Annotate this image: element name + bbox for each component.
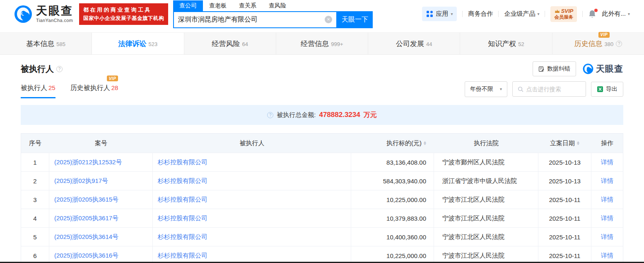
column-header-6[interactable]: 立案日期▲▼ (538, 139, 591, 147)
promo-line1: 都在用的商业查询工具 (83, 6, 164, 14)
nav-tab-count: 64 (242, 41, 248, 47)
user-account-menu[interactable]: 此外有... ▾ (602, 10, 630, 18)
table-search-input[interactable] (526, 86, 581, 93)
help-icon[interactable]: ? (56, 66, 63, 72)
sort-icon[interactable]: ▲▼ (576, 141, 580, 146)
execution-amount: 10,400,360.00 (351, 228, 434, 246)
row-index: 4 (21, 209, 49, 227)
column-header-label: 案号 (95, 139, 107, 147)
detail-link[interactable]: 详情 (601, 158, 613, 166)
executed-person-link[interactable]: 杉杉控股有限公司 (158, 177, 207, 185)
filing-date: 2025-10-13 (538, 153, 591, 171)
tianyancha-logo[interactable]: 天眼查 TianYanCha.com (14, 5, 73, 23)
executed-person-link[interactable]: 杉杉控股有限公司 (158, 196, 207, 204)
column-header-5: 执行法院 (434, 139, 538, 147)
app-grid-icon (426, 10, 433, 17)
apps-menu[interactable]: 应用 ▾ (422, 7, 457, 21)
case-number-link[interactable]: (2025)浙0205执3614号 (54, 233, 118, 241)
search-button[interactable]: 天眼一下 (337, 11, 373, 28)
business-cooperation-link[interactable]: 商务合作 (468, 10, 493, 18)
detail-link[interactable]: 详情 (601, 177, 613, 185)
clear-icon[interactable]: × (325, 16, 332, 23)
case-number-link[interactable]: (2025)浙0205执3617号 (54, 214, 118, 222)
search-type-tab-1[interactable]: 查公司 (173, 0, 203, 11)
summary-banner: ? 被执行总金额: 478882.3234 万元 (21, 105, 623, 125)
summary-unit: 万元 (364, 111, 377, 119)
nav-tab-6[interactable]: 知识产权52 (460, 33, 552, 54)
case-number-link[interactable]: (2025)浙0205执3616号 (54, 252, 118, 260)
sort-icon[interactable]: ▲▼ (423, 141, 427, 146)
nav-tab-2[interactable]: 法律诉讼523 (92, 33, 184, 54)
table-row: 4(2025)浙0205执3617号杉杉控股有限公司10,379,883.00宁… (21, 209, 623, 227)
notification-bell-button[interactable] (588, 10, 596, 19)
search-input[interactable] (178, 16, 325, 23)
nav-tab-4[interactable]: 经营信息999+ (276, 33, 368, 54)
search-type-tab-3[interactable]: 查关系 (233, 0, 263, 11)
enterprise-products-menu[interactable]: 企业级产品 ▾ (504, 10, 539, 18)
export-button[interactable]: 导出 (591, 82, 623, 97)
summary-label: 被执行总金额: (277, 111, 316, 119)
detail-link[interactable]: 详情 (601, 196, 613, 204)
tianyancha-watermark-icon (583, 63, 593, 74)
case-number-link[interactable]: (2025)浙0212执12532号 (54, 158, 122, 166)
search-type-tab-4[interactable]: 查风险 (263, 0, 292, 11)
nav-tab-label: 基本信息 (26, 39, 54, 49)
nav-tab-label: 经营风险 (212, 39, 240, 49)
column-header-label: 序号 (29, 139, 41, 147)
chevron-down-icon: ▾ (451, 12, 453, 16)
sub-tabs: 被执行人25历史被执行人28VIP (21, 80, 118, 98)
year-filter-dropdown[interactable]: 年份不限 ▾ (465, 81, 507, 97)
nav-tab-label: 经营信息 (301, 39, 329, 49)
nav-tab-label: 法律诉讼 (118, 39, 147, 49)
executed-person-link[interactable]: 杉杉控股有限公司 (158, 233, 207, 241)
detail-link[interactable]: 详情 (601, 214, 613, 222)
sub-tab-1[interactable]: 被执行人25 (21, 80, 55, 98)
row-index: 1 (21, 153, 49, 171)
row-index: 6 (21, 246, 49, 263)
detail-link[interactable]: 详情 (601, 233, 613, 241)
watermark-text: 天眼查 (596, 63, 623, 75)
nav-tab-3[interactable]: 经营风险64 (184, 33, 276, 54)
table-row: 1(2025)浙0212执12532号杉杉控股有限公司83,136,408.00… (21, 153, 623, 171)
svip-membership-button[interactable]: SVIP 会员服务 (550, 6, 577, 22)
court-name: 浙江省宁波市中级人民法院 (434, 172, 538, 190)
company-nav-tabs: 基本信息585法律诉讼523经营风险64经营信息999+公司发展44知识产权52… (0, 32, 644, 55)
execution-amount: 10,225,000.00 (351, 246, 434, 263)
row-index: 3 (21, 190, 49, 209)
chevron-down-icon: ▾ (500, 87, 502, 91)
executed-person-link[interactable]: 杉杉控股有限公司 (158, 252, 207, 260)
year-filter-label: 年份不限 (470, 85, 493, 93)
court-name: 宁波市江北区人民法院 (434, 190, 538, 209)
filing-date: 2025-10-11 (538, 228, 591, 246)
detail-link[interactable]: 详情 (601, 252, 613, 260)
table-header-row: 序号案号被执行人执行标的(元)▲▼执行法院立案日期▲▼操作 (21, 134, 623, 153)
cooperation-label: 商务合作 (468, 10, 493, 18)
column-header-2: 案号 (49, 139, 153, 147)
sub-tab-2[interactable]: 历史被执行人28VIP (70, 80, 118, 98)
user-label: 此外有... (602, 10, 626, 18)
case-number-link[interactable]: (2025)浙02执917号 (54, 177, 108, 185)
nav-tab-7[interactable]: 历史信息380VIP? (552, 33, 644, 54)
column-header-label: 立案日期 (550, 139, 575, 147)
column-header-label: 执行标的(元) (386, 139, 422, 147)
search-type-tab-2[interactable]: 查老板 (203, 0, 233, 11)
executed-person-link[interactable]: 杉杉控股有限公司 (158, 158, 207, 166)
nav-tab-5[interactable]: 公司发展44 (368, 33, 460, 54)
promo-line2: 国家中小企业发展子基金旗下机构 (83, 15, 164, 22)
court-name: 宁波市江北区人民法院 (434, 209, 538, 227)
crown-icon (555, 9, 560, 14)
column-header-4[interactable]: 执行标的(元)▲▼ (351, 139, 434, 147)
nav-tab-1[interactable]: 基本信息585 (0, 33, 92, 54)
column-header-label: 操作 (601, 139, 613, 147)
divider (545, 11, 545, 17)
executed-person-link[interactable]: 杉杉控股有限公司 (158, 214, 207, 222)
sub-tab-row: 被执行人25历史被执行人28VIP 年份不限 ▾ 导出 (21, 80, 623, 98)
column-header-1: 序号 (21, 139, 49, 147)
svip-sublabel: 会员服务 (554, 15, 573, 20)
promo-banner: 都在用的商业查询工具 国家中小企业发展子基金旗下机构 (79, 3, 168, 25)
case-number-link[interactable]: (2025)浙0205执3615号 (54, 196, 118, 204)
table-row: 2(2025)浙02执917号杉杉控股有限公司584,303,940.00浙江省… (21, 171, 623, 190)
data-correction-button[interactable]: 数据纠错 (533, 61, 576, 76)
divider (582, 11, 583, 17)
column-header-label: 被执行人 (240, 139, 265, 147)
